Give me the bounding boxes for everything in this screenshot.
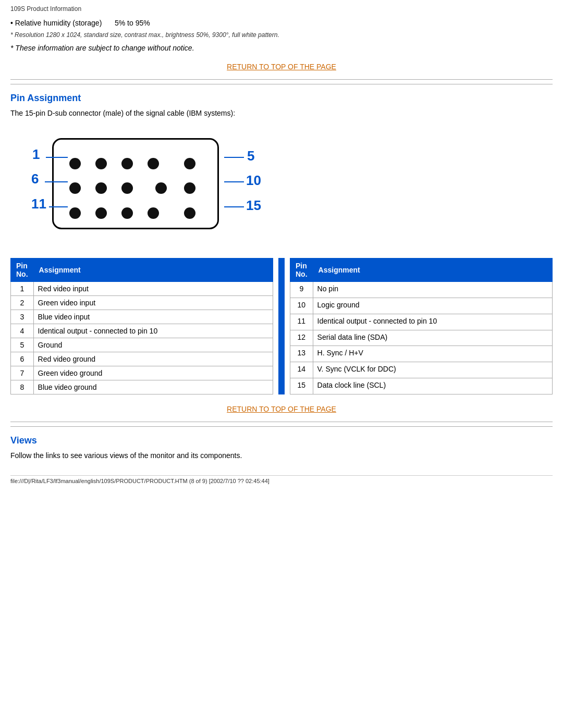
pin-table-right: Pin No. Assignment 9No pin10Logic ground…: [290, 258, 553, 394]
return-link-top-2[interactable]: RETURN TO TOP OF THE PAGE: [10, 405, 553, 413]
pin-number-cell: 15: [290, 378, 313, 394]
svg-text:10: 10: [246, 172, 261, 188]
section-views-title: Views: [10, 435, 553, 446]
pin-number-cell: 3: [11, 310, 34, 324]
table-row: 12Serial data line (SDA): [290, 330, 553, 346]
assignment-cell: Red video ground: [33, 352, 273, 366]
pin-number-cell: 10: [290, 298, 313, 314]
pin-number-cell: 2: [11, 296, 34, 310]
table-row: 7Green video ground: [11, 366, 273, 380]
connector-diagram: 1 5 6 10 11 15: [31, 128, 250, 242]
footer: file:///D|/Rita/LF3/lf3manual/english/10…: [10, 475, 553, 484]
table-row: 1Red video input: [11, 282, 273, 296]
pin-number-cell: 12: [290, 330, 313, 346]
table-row: 5Ground: [11, 338, 273, 352]
assignment-cell: Identical output - connected to pin 10: [313, 314, 552, 330]
svg-text:6: 6: [31, 171, 39, 187]
footnote-notice: * These information are subject to chang…: [10, 44, 553, 52]
svg-text:5: 5: [247, 148, 254, 164]
right-header-pin: Pin No.: [290, 258, 313, 282]
left-header-pin: Pin No.: [11, 258, 34, 282]
assignment-cell: Logic ground: [313, 298, 552, 314]
table-row: 10Logic ground: [290, 298, 553, 314]
pin-number-cell: 8: [11, 380, 34, 394]
footnote-resolution: * Resolution 1280 x 1024, standard size,…: [10, 31, 553, 39]
assignment-cell: V. Sync (VCLK for DDC): [313, 362, 552, 378]
pin-number-cell: 9: [290, 282, 313, 298]
assignment-cell: Identical output - connected to pin 10: [33, 324, 273, 338]
pin-number-cell: 7: [11, 366, 34, 380]
left-header-assignment: Assignment: [33, 258, 273, 282]
divider-4: [10, 426, 553, 427]
pin-table-left: Pin No. Assignment 1Red video input2Gree…: [10, 258, 273, 394]
pin-number-cell: 5: [11, 338, 34, 352]
right-header-assignment: Assignment: [313, 258, 552, 282]
views-desc: Follow the links to see various views of…: [10, 451, 553, 460]
pin-number-cell: 1: [11, 282, 34, 296]
divider-3: [10, 422, 553, 422]
table-row: 14V. Sync (VCLK for DDC): [290, 362, 553, 378]
table-divider: [278, 258, 285, 394]
divider-2: [10, 84, 553, 84]
table-row: 11Identical output - connected to pin 10: [290, 314, 553, 330]
connector-svg: 1 5 6 10 11 15: [31, 128, 271, 242]
page-title: 109S Product Information: [10, 5, 553, 13]
table-row: 4Identical output - connected to pin 10: [11, 324, 273, 338]
table-row: 8Blue video ground: [11, 380, 273, 394]
pin-number-cell: 14: [290, 362, 313, 378]
svg-text:1: 1: [32, 146, 40, 162]
assignment-cell: Serial data line (SDA): [313, 330, 552, 346]
table-row: 15Data clock line (SCL): [290, 378, 553, 394]
spec-label: • Relative humidity (storage): [10, 19, 115, 27]
pin-number-cell: 13: [290, 346, 313, 362]
table-row: 6Red video ground: [11, 352, 273, 366]
assignment-cell: No pin: [313, 282, 552, 298]
return-link-anchor-2[interactable]: RETURN TO TOP OF THE PAGE: [227, 405, 336, 413]
table-row: 2Green video input: [11, 296, 273, 310]
pin-number-cell: 6: [11, 352, 34, 366]
table-row: 13H. Sync / H+V: [290, 346, 553, 362]
table-row: 3Blue video input: [11, 310, 273, 324]
assignment-cell: Green video input: [33, 296, 273, 310]
assignment-cell: Data clock line (SCL): [313, 378, 552, 394]
pin-number-cell: 11: [290, 314, 313, 330]
section-pin-desc: The 15-pin D-sub connector (male) of the…: [10, 109, 553, 117]
spec-value: 5% to 95%: [115, 19, 150, 27]
assignment-cell: Red video input: [33, 282, 273, 296]
assignment-cell: Green video ground: [33, 366, 273, 380]
pin-number-cell: 4: [11, 324, 34, 338]
assignment-cell: Blue video ground: [33, 380, 273, 394]
svg-text:11: 11: [31, 196, 46, 212]
assignment-cell: Blue video input: [33, 310, 273, 324]
pin-tables-container: Pin No. Assignment 1Red video input2Gree…: [10, 258, 553, 394]
assignment-cell: Ground: [33, 338, 273, 352]
return-link-anchor-1[interactable]: RETURN TO TOP OF THE PAGE: [227, 63, 336, 71]
divider-1: [10, 79, 553, 80]
table-row: 9No pin: [290, 282, 553, 298]
svg-text:15: 15: [246, 198, 261, 213]
return-link-top-1[interactable]: RETURN TO TOP OF THE PAGE: [10, 63, 553, 71]
section-pin-title: Pin Assignment: [10, 93, 553, 104]
assignment-cell: H. Sync / H+V: [313, 346, 552, 362]
